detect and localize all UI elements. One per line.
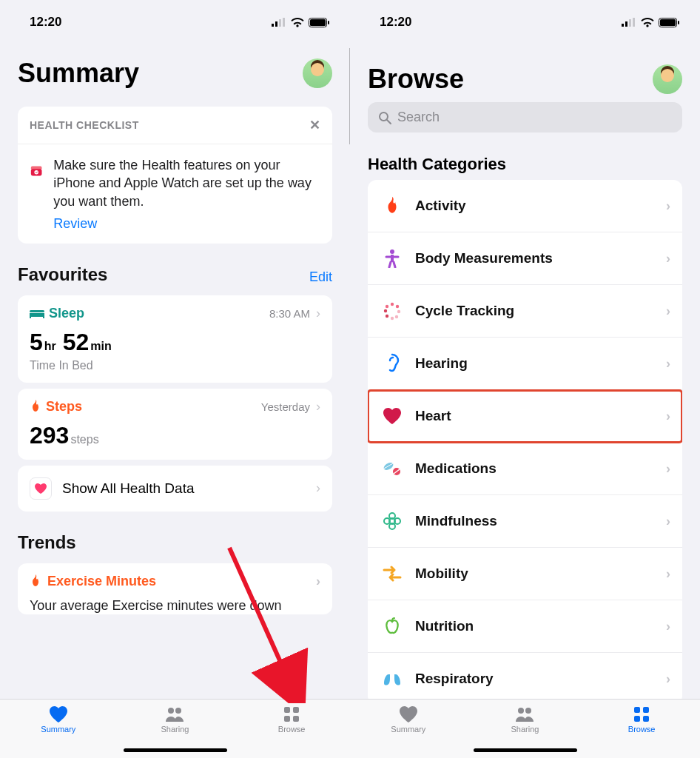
wifi-icon <box>641 18 654 27</box>
status-icons <box>622 18 679 27</box>
category-cycle-tracking[interactable]: Cycle Tracking › <box>368 285 682 338</box>
category-activity[interactable]: Activity › <box>368 180 682 232</box>
favourites-edit-link[interactable]: Edit <box>309 269 332 285</box>
tab-bar: Summary Sharing Browse <box>350 699 700 758</box>
profile-avatar[interactable] <box>303 58 332 88</box>
svg-line-33 <box>389 262 391 267</box>
home-indicator[interactable] <box>124 748 227 752</box>
tab-summary[interactable]: Summary <box>18 705 99 734</box>
search-input[interactable]: Search <box>368 102 682 133</box>
chevron-right-icon: › <box>666 619 670 634</box>
phone-browse: 12:20 Browse Search Health Categories Ac… <box>350 0 700 758</box>
svg-point-50 <box>518 708 524 714</box>
category-hearing[interactable]: Hearing › <box>368 338 682 390</box>
category-body-measurements[interactable]: Body Measurements › <box>368 232 682 285</box>
steps-when: Yesterday <box>261 400 310 413</box>
svg-rect-19 <box>284 716 290 722</box>
svg-rect-11 <box>30 310 44 312</box>
svg-rect-24 <box>633 18 635 27</box>
tab-browse[interactable]: Browse <box>601 705 682 734</box>
svg-rect-20 <box>293 716 299 722</box>
show-all-label: Show All Health Data <box>62 480 195 497</box>
health-checklist-card: HEALTH CHECKLIST ✕ Make sure the Health … <box>18 107 332 244</box>
favourites-title: Favourites <box>18 264 107 285</box>
people-icon <box>514 705 535 723</box>
sleep-caption: Time In Bed <box>30 359 320 372</box>
tab-browse[interactable]: Browse <box>251 705 332 734</box>
favourite-sleep-card[interactable]: Sleep 8:30 AM › 5hr 52min Time In Bed <box>18 295 332 383</box>
category-label: Nutrition <box>415 618 474 634</box>
svg-rect-12 <box>30 315 31 318</box>
pills-icon <box>381 457 403 480</box>
svg-rect-26 <box>660 19 676 26</box>
category-nutrition[interactable]: Nutrition › <box>368 600 682 653</box>
chevron-right-icon: › <box>666 198 670 214</box>
svg-rect-3 <box>283 18 285 27</box>
category-mindfulness[interactable]: Mindfulness › <box>368 495 682 548</box>
show-all-health-data[interactable]: Show All Health Data › <box>18 466 332 512</box>
svg-rect-27 <box>678 21 679 24</box>
lungs-icon <box>381 668 403 690</box>
page-title: Browse <box>368 64 464 95</box>
svg-rect-5 <box>310 19 326 26</box>
favourite-steps-card[interactable]: Steps Yesterday › 293steps <box>18 389 332 460</box>
category-medications[interactable]: Medications › <box>368 443 682 495</box>
status-bar: 12:20 <box>0 0 350 36</box>
chevron-right-icon: › <box>316 306 320 321</box>
svg-point-39 <box>391 317 394 320</box>
close-icon[interactable]: ✕ <box>309 117 321 133</box>
category-label: Cycle Tracking <box>415 303 514 319</box>
chevron-right-icon: › <box>316 574 320 589</box>
svg-point-36 <box>396 305 399 308</box>
cycle-icon <box>381 300 403 322</box>
svg-point-37 <box>397 310 400 313</box>
summary-scroll[interactable]: HEALTH CHECKLIST ✕ Make sure the Health … <box>0 101 350 758</box>
tab-sharing[interactable]: Sharing <box>134 705 215 734</box>
heart-filled-icon <box>398 705 419 723</box>
apple-icon <box>381 615 403 637</box>
chevron-right-icon: › <box>666 303 670 319</box>
category-mobility[interactable]: Mobility › <box>368 548 682 600</box>
trend-exercise-card[interactable]: Exercise Minutes › Your average Exercise… <box>18 563 332 614</box>
status-time: 12:20 <box>380 15 411 30</box>
svg-rect-0 <box>272 24 274 27</box>
arrows-icon <box>381 563 403 585</box>
heart-icon <box>30 477 52 500</box>
svg-point-38 <box>395 315 398 318</box>
grid-icon <box>281 705 302 723</box>
chevron-right-icon: › <box>666 461 670 477</box>
phone-summary: 12:20 Summary HEALTH CHECKLIST ✕ <box>0 0 350 758</box>
steps-label: Steps <box>46 399 82 415</box>
sleep-label: Sleep <box>49 306 84 321</box>
chevron-right-icon: › <box>666 356 670 372</box>
tab-summary[interactable]: Summary <box>368 705 449 734</box>
trend-exercise-label: Exercise Minutes <box>47 574 156 589</box>
steps-value: 293steps <box>30 422 320 449</box>
chevron-right-icon: › <box>666 671 670 687</box>
tab-bar: Summary Sharing Browse <box>0 699 350 758</box>
category-heart[interactable]: Heart › <box>368 390 682 443</box>
svg-rect-22 <box>625 21 627 27</box>
checklist-text: Make sure the Health features on your iP… <box>53 156 320 210</box>
sleep-time: 8:30 AM <box>269 307 310 320</box>
tab-sharing[interactable]: Sharing <box>484 705 565 734</box>
cellular-icon <box>272 18 286 27</box>
chevron-right-icon: › <box>316 399 320 415</box>
checklist-review-link[interactable]: Review <box>53 216 320 232</box>
category-label: Medications <box>415 460 497 477</box>
profile-avatar[interactable] <box>653 64 682 94</box>
status-time: 12:20 <box>30 15 61 30</box>
chevron-right-icon: › <box>666 566 670 582</box>
svg-point-41 <box>384 309 387 312</box>
search-icon <box>378 111 391 124</box>
battery-icon <box>659 18 679 27</box>
svg-line-34 <box>394 262 395 267</box>
search-placeholder: Search <box>397 110 440 125</box>
svg-point-30 <box>390 249 394 254</box>
summary-header: Summary <box>0 36 350 101</box>
category-respiratory[interactable]: Respiratory › <box>368 653 682 705</box>
home-indicator[interactable] <box>474 748 577 752</box>
svg-point-51 <box>525 708 531 714</box>
svg-rect-6 <box>328 21 329 24</box>
ear-icon <box>381 352 403 375</box>
